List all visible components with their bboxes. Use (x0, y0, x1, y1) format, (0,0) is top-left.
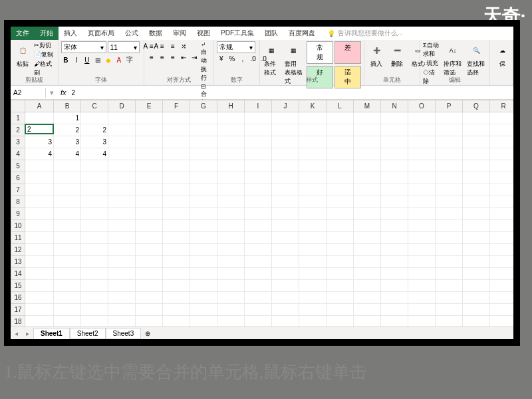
cell-J17[interactable] (272, 304, 299, 316)
cell-I1[interactable] (245, 112, 272, 124)
cell-E17[interactable] (136, 304, 163, 316)
cell-R12[interactable] (490, 244, 514, 256)
cell-C1[interactable] (81, 112, 108, 124)
row-header-8[interactable]: 8 (11, 196, 25, 208)
orientation-button[interactable]: ⤭ (179, 41, 188, 51)
cell-G3[interactable] (190, 136, 217, 148)
cell-G11[interactable] (190, 232, 217, 244)
cell-L5[interactable] (327, 160, 354, 172)
cell-D10[interactable] (108, 220, 136, 232)
cell-A5[interactable] (25, 160, 54, 172)
cell-A10[interactable] (25, 220, 54, 232)
cell-K3[interactable] (299, 136, 327, 148)
cell-A14[interactable] (25, 268, 54, 280)
cell-N6[interactable] (381, 172, 408, 184)
cell-H1[interactable] (217, 112, 245, 124)
tab-home[interactable]: 开始 (35, 27, 59, 40)
cell-A4[interactable]: 4 (25, 148, 54, 160)
cell-O17[interactable] (408, 304, 436, 316)
autosum-button[interactable]: Σ自动求和 (423, 41, 440, 59)
cell-F1[interactable] (163, 112, 190, 124)
cell-N16[interactable] (381, 292, 408, 304)
cell-O5[interactable] (408, 160, 436, 172)
cell-J11[interactable] (272, 232, 299, 244)
cell-F12[interactable] (163, 244, 190, 256)
cell-P7[interactable] (436, 184, 463, 196)
cell-B8[interactable] (54, 196, 81, 208)
cell-B18[interactable] (54, 316, 81, 327)
cell-R13[interactable] (490, 256, 514, 268)
cell-C17[interactable] (81, 304, 108, 316)
cell-Q10[interactable] (463, 220, 490, 232)
cell-N11[interactable] (381, 232, 408, 244)
cell-G16[interactable] (190, 292, 217, 304)
cell-I12[interactable] (245, 244, 272, 256)
cell-C16[interactable] (81, 292, 108, 304)
cell-R8[interactable] (490, 196, 514, 208)
cell-D5[interactable] (108, 160, 136, 172)
cell-Q2[interactable] (463, 124, 490, 136)
cut-button[interactable]: ✂剪切 (34, 41, 55, 50)
cell-L6[interactable] (327, 172, 354, 184)
cell-D6[interactable] (108, 172, 136, 184)
cell-A7[interactable] (25, 184, 54, 196)
copy-button[interactable]: 📄复制 (34, 51, 55, 59)
cell-N2[interactable] (381, 124, 408, 136)
cell-A13[interactable] (25, 256, 54, 268)
tab-data[interactable]: 数据 (144, 27, 168, 40)
cell-J16[interactable] (272, 292, 299, 304)
cell-L1[interactable] (327, 112, 354, 124)
cell-F9[interactable] (163, 208, 190, 220)
cell-Q17[interactable] (463, 304, 490, 316)
cell-C3[interactable]: 3 (81, 136, 108, 148)
col-header-H[interactable]: H (217, 100, 245, 112)
cell-J5[interactable] (272, 160, 299, 172)
cell-I8[interactable] (245, 196, 272, 208)
col-header-L[interactable]: L (327, 100, 354, 112)
cell-H15[interactable] (217, 280, 245, 292)
cell-R4[interactable] (490, 148, 514, 160)
cell-R6[interactable] (490, 172, 514, 184)
cell-B16[interactable] (54, 292, 81, 304)
cell-R16[interactable] (490, 292, 514, 304)
cell-J13[interactable] (272, 256, 299, 268)
align-center-button[interactable]: ≡ (158, 53, 167, 62)
cell-I11[interactable] (245, 232, 272, 244)
cell-H6[interactable] (217, 172, 245, 184)
align-right-button[interactable]: ≡ (168, 53, 178, 62)
cell-M9[interactable] (354, 208, 381, 220)
cell-P6[interactable] (436, 172, 463, 184)
cell-O6[interactable] (408, 172, 436, 184)
cell-A15[interactable] (25, 280, 54, 292)
cell-B3[interactable]: 3 (54, 136, 81, 148)
cell-Q9[interactable] (463, 208, 490, 220)
cell-K18[interactable] (299, 316, 327, 327)
cell-G12[interactable] (190, 244, 217, 256)
cell-H8[interactable] (217, 196, 245, 208)
col-header-I[interactable]: I (245, 100, 272, 112)
cell-G18[interactable] (190, 316, 217, 327)
cell-C10[interactable] (81, 220, 108, 232)
sheet-nav-prev[interactable]: ◂ (11, 330, 22, 337)
cell-G6[interactable] (190, 172, 217, 184)
cell-L11[interactable] (327, 232, 354, 244)
cell-B17[interactable] (54, 304, 81, 316)
cell-G7[interactable] (190, 184, 217, 196)
cell-D9[interactable] (108, 208, 136, 220)
cell-C7[interactable] (81, 184, 108, 196)
cell-K11[interactable] (299, 232, 327, 244)
cell-D17[interactable] (108, 304, 136, 316)
cell-M8[interactable] (354, 196, 381, 208)
format-painter-button[interactable]: 🖌格式刷 (34, 60, 55, 77)
cell-H17[interactable] (217, 304, 245, 316)
cell-B11[interactable] (54, 232, 81, 244)
cell-Q12[interactable] (463, 244, 490, 256)
cell-N3[interactable] (381, 136, 408, 148)
cell-N13[interactable] (381, 256, 408, 268)
cell-M2[interactable] (354, 124, 381, 136)
cell-G4[interactable] (190, 148, 217, 160)
cell-R10[interactable] (490, 220, 514, 232)
tab-page-layout[interactable]: 页面布局 (82, 27, 120, 40)
cell-M11[interactable] (354, 232, 381, 244)
cell-L4[interactable] (327, 148, 354, 160)
